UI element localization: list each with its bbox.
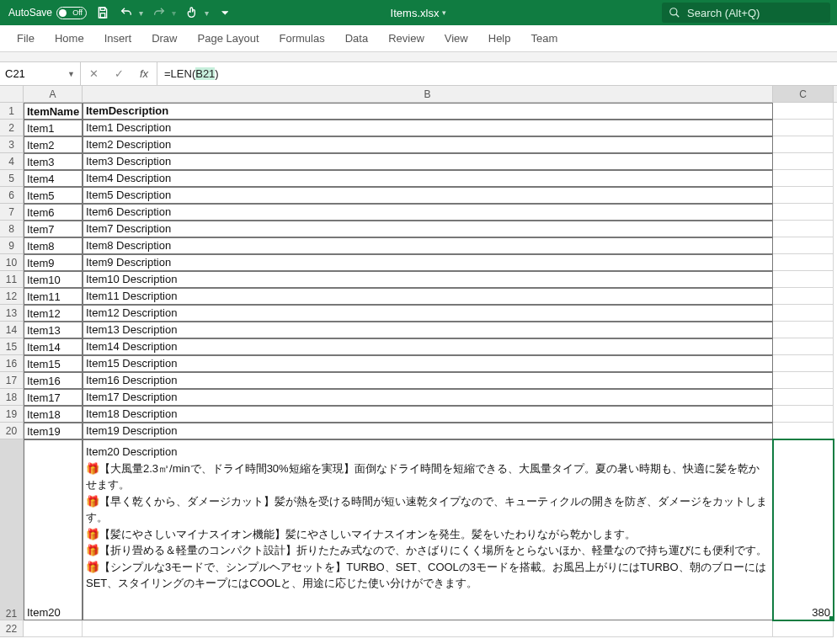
tab-insert[interactable]: Insert [104, 32, 132, 45]
cell[interactable]: Item7 Description [83, 221, 773, 237]
cell[interactable]: Item15 [24, 355, 83, 372]
name-box[interactable]: C21 ▼ [0, 62, 81, 85]
cell[interactable]: Item8 Description [83, 237, 773, 254]
cell[interactable]: Item12 Description [83, 305, 773, 322]
autosave-toggle[interactable]: AutoSave Off [8, 7, 87, 19]
row-header[interactable]: 14 [0, 322, 24, 338]
chevron-down-icon[interactable]: ▾ [205, 8, 209, 18]
cell[interactable]: Item4 [24, 170, 83, 187]
tab-page-layout[interactable]: Page Layout [198, 32, 259, 45]
row-header[interactable]: 1 [0, 103, 24, 120]
cell[interactable]: Item11 [24, 288, 83, 305]
row-header[interactable]: 19 [0, 406, 24, 423]
cancel-formula-icon[interactable]: ✕ [81, 62, 106, 85]
row-header[interactable]: 6 [0, 187, 24, 204]
tab-view[interactable]: View [445, 32, 468, 45]
row-header[interactable]: 18 [0, 389, 24, 406]
cell[interactable] [773, 221, 834, 237]
cell[interactable] [773, 620, 834, 637]
row-header[interactable]: 17 [0, 372, 24, 389]
cell[interactable]: Item16 [24, 372, 83, 389]
fx-icon[interactable]: fx [131, 62, 157, 85]
cell[interactable]: Item3 [24, 153, 83, 170]
cell[interactable] [773, 389, 834, 406]
row-header[interactable]: 2 [0, 120, 24, 136]
cell[interactable]: Item8 [24, 237, 83, 254]
cell[interactable]: Item13 [24, 322, 83, 338]
cell[interactable]: Item17 [24, 389, 83, 406]
row-header[interactable]: 4 [0, 153, 24, 170]
row-header[interactable]: 10 [0, 254, 24, 271]
search-box[interactable]: Search (Alt+Q) [662, 3, 830, 23]
row-header[interactable]: 13 [0, 305, 24, 322]
cell[interactable] [773, 103, 834, 120]
cell[interactable]: Item18 Description [83, 406, 773, 423]
cell[interactable]: Item17 Description [83, 389, 773, 406]
row-header[interactable]: 8 [0, 221, 24, 237]
cell[interactable]: Item4 Description [83, 170, 773, 187]
redo-icon[interactable] [152, 5, 167, 20]
row-header[interactable]: 16 [0, 355, 24, 372]
cell[interactable]: Item15 Description [83, 355, 773, 372]
cell[interactable]: Item10 Description [83, 271, 773, 288]
tab-help[interactable]: Help [488, 32, 511, 45]
qat-customize-icon[interactable]: ⏷ [217, 5, 232, 20]
chevron-down-icon[interactable]: ▾ [172, 8, 176, 18]
tab-formulas[interactable]: Formulas [280, 32, 325, 45]
cell[interactable] [773, 322, 834, 338]
col-header-a[interactable]: A [24, 86, 83, 102]
active-cell[interactable]: 380 [773, 439, 834, 620]
save-icon[interactable] [95, 5, 110, 20]
cell[interactable] [773, 153, 834, 170]
cell[interactable] [773, 338, 834, 355]
cell[interactable]: Item14 Description [83, 338, 773, 355]
select-all-corner[interactable] [0, 86, 24, 102]
cell[interactable] [83, 620, 773, 637]
cell[interactable] [773, 355, 834, 372]
formula-input[interactable]: =LEN(B21) [157, 62, 837, 85]
cell[interactable]: Item2 [24, 136, 83, 153]
cell[interactable]: ItemName [24, 103, 83, 120]
col-header-b[interactable]: B [83, 86, 773, 102]
tab-team[interactable]: Team [531, 32, 558, 45]
cell[interactable] [773, 170, 834, 187]
cell[interactable]: Item20 [24, 439, 83, 620]
cell[interactable]: Item5 Description [83, 187, 773, 204]
cell[interactable]: Item14 [24, 338, 83, 355]
cell[interactable] [24, 620, 83, 637]
cell[interactable]: Item10 [24, 271, 83, 288]
cell[interactable]: Item9 [24, 254, 83, 271]
undo-icon[interactable] [119, 5, 134, 20]
cell[interactable]: Item20 Description 🎁【大風量2.3㎥/minで、ドライ時間3… [83, 439, 773, 620]
cell[interactable] [773, 187, 834, 204]
cell[interactable]: Item19 [24, 423, 83, 439]
cell[interactable] [773, 204, 834, 221]
row-header[interactable]: 21 [0, 439, 24, 620]
workbook-title[interactable]: Items.xlsx ▾ [391, 7, 447, 19]
cell[interactable]: Item1 Description [83, 120, 773, 136]
cell[interactable]: Item11 Description [83, 288, 773, 305]
cell[interactable] [773, 406, 834, 423]
cell[interactable] [773, 305, 834, 322]
tab-home[interactable]: Home [55, 32, 84, 45]
cell[interactable] [773, 271, 834, 288]
col-header-c[interactable]: C [773, 86, 834, 102]
cell[interactable]: Item6 [24, 204, 83, 221]
cell[interactable] [773, 136, 834, 153]
cell[interactable]: Item6 Description [83, 204, 773, 221]
cell[interactable]: ItemDescription [83, 103, 773, 120]
cell[interactable]: Item9 Description [83, 254, 773, 271]
cell[interactable] [773, 254, 834, 271]
row-header[interactable]: 22 [0, 620, 24, 637]
cell[interactable]: Item18 [24, 406, 83, 423]
cell[interactable] [773, 288, 834, 305]
row-header[interactable]: 7 [0, 204, 24, 221]
cell[interactable] [773, 423, 834, 439]
row-header[interactable]: 11 [0, 271, 24, 288]
row-header[interactable]: 9 [0, 237, 24, 254]
row-header[interactable]: 3 [0, 136, 24, 153]
cell[interactable]: Item12 [24, 305, 83, 322]
tab-file[interactable]: File [17, 32, 35, 45]
row-header[interactable]: 12 [0, 288, 24, 305]
cell[interactable] [773, 237, 834, 254]
